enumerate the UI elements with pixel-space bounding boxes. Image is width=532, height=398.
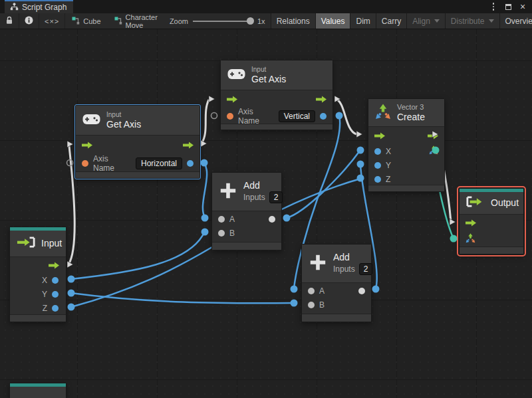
result-port-dot[interactable]	[187, 160, 194, 167]
node-title: Get Axis	[106, 119, 141, 130]
node-footer	[76, 171, 200, 178]
node-title: Output	[491, 197, 519, 208]
port-z-row[interactable]: Z	[368, 172, 444, 186]
lock-button[interactable]	[0, 13, 19, 29]
align-dropdown[interactable]: Align	[406, 13, 445, 29]
port-b-row[interactable]: B	[212, 226, 281, 240]
flow-ports-row[interactable]	[221, 90, 332, 108]
wire-horizontal-to-vertical	[201, 100, 209, 144]
flow-endpoint	[209, 96, 215, 102]
breadcrumb-label: Cube	[83, 17, 100, 25]
value-endpoint	[201, 215, 209, 222]
value-port-dot[interactable]	[52, 291, 59, 298]
value-port-dot[interactable]	[374, 148, 381, 155]
value-endpoint	[372, 286, 380, 293]
info-button[interactable]	[19, 13, 39, 29]
node-header: Output	[460, 192, 523, 215]
node-footer	[221, 124, 332, 130]
vector3-arrows-icon	[375, 104, 391, 122]
flow-input-port[interactable]	[460, 215, 523, 231]
node-add-2[interactable]: Add Inputs2 A B	[301, 244, 372, 322]
flow-output-port[interactable]	[10, 257, 66, 273]
inputs-count-field[interactable]: 2	[269, 191, 283, 203]
inputs-label: Inputs	[333, 264, 355, 274]
value-port-dot[interactable]	[374, 176, 381, 183]
zoom-slider[interactable]	[193, 17, 253, 25]
vector3-result-icon[interactable]	[429, 146, 438, 157]
node-header: Add Inputs2	[212, 173, 281, 211]
zoom-label: Zoom	[170, 17, 188, 25]
value-port-dot[interactable]	[52, 277, 59, 284]
variables-toggle-button[interactable]: <×>	[39, 13, 65, 29]
string-port-dot[interactable]	[82, 160, 88, 167]
relations-button[interactable]: Relations	[271, 13, 315, 29]
flow-endpoint	[201, 140, 207, 147]
inputs-label: Inputs	[243, 193, 265, 202]
flow-arrow-icon	[49, 262, 59, 269]
node-output[interactable]: Output	[459, 188, 524, 254]
wire-add1-to-vector3-x	[287, 151, 360, 218]
kebab-menu-icon[interactable]	[488, 1, 499, 12]
dim-button[interactable]: Dim	[350, 13, 375, 29]
inputs-count-field[interactable]: 2	[359, 263, 373, 275]
tab-script-graph[interactable]: Script Graph	[5, 0, 73, 13]
node-input[interactable]: Input X Y Z	[9, 227, 66, 322]
axis-name-label: Axis Name	[238, 107, 274, 126]
node-get-axis-vertical[interactable]: Input Get Axis Axis Name Vertical	[220, 60, 333, 130]
toolbar-right-buttons: Relations Values Dim Carry Align Distrib…	[271, 13, 532, 29]
value-endpoint	[291, 286, 298, 293]
value-port-dot[interactable]	[308, 302, 315, 308]
value-port-dot[interactable]	[218, 230, 225, 237]
unconnected-port-ring	[211, 113, 217, 119]
port-x-row[interactable]: X	[368, 144, 444, 158]
variables-icon: <×>	[45, 17, 59, 25]
flow-ports-row[interactable]	[76, 136, 200, 154]
carry-button[interactable]: Carry	[376, 13, 406, 29]
port-a-row[interactable]: A	[212, 212, 281, 226]
close-icon[interactable]: ×	[517, 1, 528, 12]
sum-output-dot[interactable]	[358, 288, 365, 294]
distribute-dropdown[interactable]: Distribute	[445, 13, 499, 29]
vector3-input-port[interactable]	[460, 231, 523, 248]
zoom-slider-handle[interactable]	[247, 17, 254, 25]
value-port-dot[interactable]	[374, 162, 381, 169]
value-port-dot[interactable]	[308, 288, 315, 294]
flow-arrow-icon	[227, 96, 237, 103]
value-port-dot[interactable]	[218, 216, 225, 223]
values-button[interactable]: Values	[315, 13, 350, 29]
axis-name-field[interactable]: Horizontal	[136, 157, 182, 169]
node-subtitle: Vector 3	[397, 103, 425, 112]
result-port-dot[interactable]	[320, 113, 327, 120]
window-controls: ×	[488, 0, 532, 13]
breadcrumb-character-move[interactable]: Character Move	[108, 13, 164, 29]
input-bracket-arrow-icon	[17, 237, 35, 250]
plus-icon	[219, 181, 237, 203]
flow-arrow-icon	[82, 142, 92, 149]
wire-y-to-add2-b	[71, 293, 293, 303]
flow-arrow-icon	[374, 132, 385, 140]
node-get-axis-horizontal[interactable]: Input Get Axis Axis Name Horizontal	[75, 105, 200, 179]
port-b-row[interactable]: B	[302, 298, 371, 312]
graph-canvas[interactable]: Input X Y Z Input	[0, 29, 532, 398]
wire-x-to-add1-b	[71, 231, 205, 279]
overview-button[interactable]: Overview	[499, 13, 532, 29]
port-z[interactable]: Z	[10, 301, 66, 315]
value-port-dot[interactable]	[52, 305, 59, 312]
port-y-row[interactable]: Y	[368, 158, 444, 172]
sum-output-dot[interactable]	[269, 216, 275, 223]
string-port-dot[interactable]	[227, 113, 233, 120]
node-header: Input Get Axis	[76, 106, 200, 136]
axis-name-row: Axis Name Horizontal	[76, 154, 200, 173]
node-vector3-create[interactable]: Vector 3 Create X	[368, 98, 445, 192]
node-partial-bottom[interactable]	[9, 383, 66, 398]
node-add-1[interactable]: Add Inputs2 A B	[211, 172, 282, 250]
breadcrumb-cube[interactable]: Cube	[65, 13, 107, 29]
maximize-icon[interactable]	[503, 1, 513, 12]
flow-endpoint	[67, 261, 73, 268]
flow-ports-row[interactable]	[368, 127, 444, 144]
axis-name-field[interactable]: Vertical	[279, 110, 315, 122]
port-a-row[interactable]: A	[302, 284, 371, 298]
port-y[interactable]: Y	[10, 287, 66, 301]
port-x[interactable]: X	[10, 273, 66, 287]
vector3-input-icon	[466, 233, 475, 246]
